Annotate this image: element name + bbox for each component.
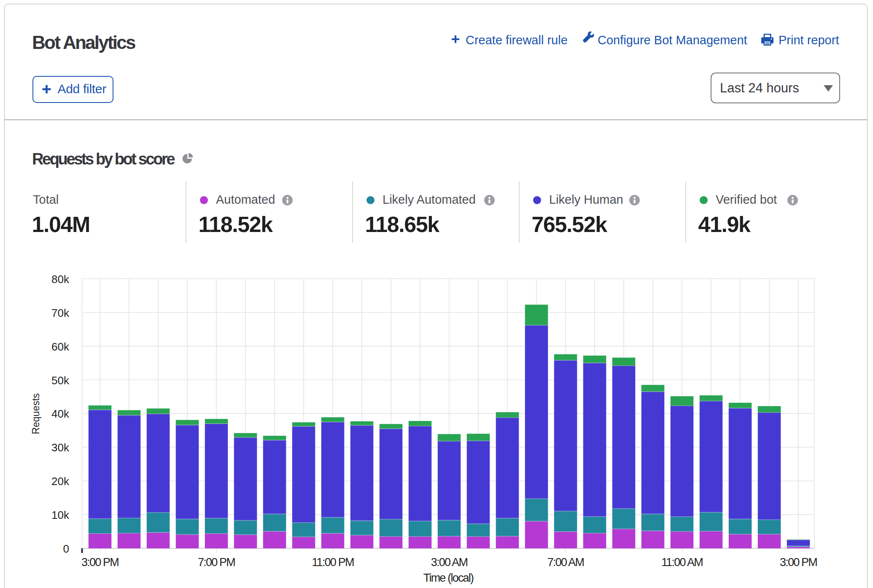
svg-text:0: 0 <box>63 542 69 555</box>
svg-text:70k: 70k <box>51 307 70 319</box>
svg-text:3:00 PM: 3:00 PM <box>81 556 119 569</box>
svg-text:7:00 PM: 7:00 PM <box>198 556 235 569</box>
svg-text:60k: 60k <box>51 340 70 353</box>
svg-text:80k: 80k <box>51 273 70 286</box>
svg-text:20k: 20k <box>51 475 70 488</box>
svg-text:11:00 AM: 11:00 AM <box>661 556 703 569</box>
svg-text:7:00 AM: 7:00 AM <box>547 556 584 569</box>
svg-text:50k: 50k <box>51 374 70 387</box>
svg-text:11:00 PM: 11:00 PM <box>312 556 353 569</box>
svg-text:Time (local): Time (local) <box>423 572 474 584</box>
svg-text:Requests: Requests <box>30 393 41 434</box>
svg-text:3:00 AM: 3:00 AM <box>431 556 468 569</box>
svg-text:10k: 10k <box>51 509 70 521</box>
svg-text:3:00 PM: 3:00 PM <box>780 556 817 569</box>
svg-text:40k: 40k <box>51 407 70 420</box>
svg-text:30k: 30k <box>51 441 70 454</box>
